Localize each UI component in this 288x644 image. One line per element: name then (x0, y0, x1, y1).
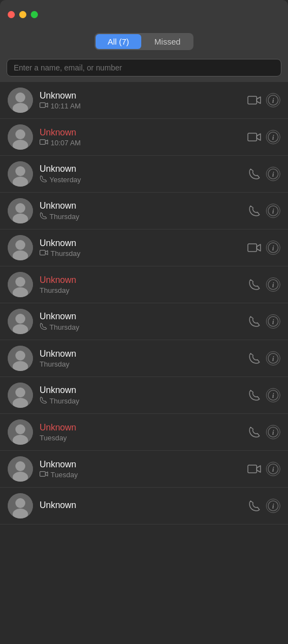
call-name: Unknown (40, 500, 241, 510)
audio-call-button[interactable] (247, 205, 262, 216)
info-button[interactable]: i (266, 277, 280, 292)
call-info: Unknown 10:07 AM (40, 128, 241, 147)
maximize-button[interactable] (31, 11, 38, 18)
call-time-text: Thursday (51, 249, 80, 258)
call-item: UnknownThursday i (0, 340, 288, 377)
audio-call-button[interactable] (247, 279, 262, 290)
call-time: 10:07 AM (40, 139, 241, 147)
audio-call-button[interactable] (247, 500, 262, 511)
video-call-button[interactable] (247, 95, 262, 106)
call-time-text: Yesterday (49, 176, 81, 184)
info-button[interactable]: i (266, 351, 280, 365)
info-button[interactable]: i (266, 499, 280, 513)
video-call-button[interactable] (247, 242, 262, 253)
call-info: UnknownThursday (40, 349, 241, 368)
audio-call-button[interactable] (247, 353, 262, 364)
svg-rect-59 (40, 471, 46, 476)
avatar (8, 456, 33, 482)
info-button[interactable]: i (266, 167, 280, 181)
video-call-button[interactable] (247, 132, 262, 143)
call-time-text: Thursday (49, 323, 79, 331)
call-actions: i (247, 314, 280, 329)
close-button[interactable] (8, 11, 15, 18)
svg-rect-27 (40, 250, 46, 255)
info-button[interactable]: i (266, 425, 280, 439)
call-actions: i (247, 130, 280, 144)
svg-rect-10 (40, 139, 46, 144)
call-info: Unknown Thursday (40, 385, 241, 406)
search-bar (0, 56, 288, 82)
info-button[interactable]: i (266, 388, 280, 402)
call-info: Unknown Thursday (40, 312, 241, 332)
info-button[interactable]: i (266, 462, 280, 476)
svg-text:i: i (272, 97, 274, 105)
call-actions: i (247, 241, 280, 255)
call-name: Unknown (40, 312, 241, 321)
avatar (8, 309, 33, 334)
svg-text:i: i (272, 281, 274, 289)
svg-point-37 (15, 314, 25, 324)
call-name: Unknown (40, 423, 241, 433)
call-name: Unknown (40, 385, 241, 395)
svg-text:i: i (272, 208, 274, 215)
audio-call-button[interactable] (247, 168, 262, 179)
call-actions: i (247, 425, 280, 439)
call-item: Unknown Tuesday i (0, 451, 288, 488)
minimize-button[interactable] (19, 11, 26, 18)
svg-point-57 (15, 461, 25, 471)
call-item: Unknown 10:11 AM i (0, 82, 288, 119)
svg-rect-60 (248, 465, 257, 473)
call-actions: i (247, 499, 280, 513)
avatar (8, 383, 33, 408)
avatar (8, 272, 33, 297)
audio-call-button[interactable] (247, 316, 262, 327)
svg-rect-11 (248, 133, 257, 141)
avatar (8, 235, 33, 260)
video-icon (40, 102, 48, 110)
call-time-text: Thursday (49, 397, 79, 405)
call-actions: i (247, 462, 280, 476)
call-item: UnknownThursday i (0, 266, 288, 303)
svg-rect-28 (248, 244, 257, 252)
call-info: UnknownThursday (40, 275, 241, 294)
call-time: Thursday (40, 249, 241, 258)
call-item: Unknown 10:07 AM i (0, 119, 288, 156)
svg-text:i: i (272, 503, 274, 510)
svg-text:i: i (272, 355, 274, 363)
info-button[interactable]: i (266, 130, 280, 144)
call-info: Unknown Tuesday (40, 460, 241, 479)
call-time: Tuesday (40, 434, 241, 442)
call-info: Unknown Thursday (40, 201, 241, 221)
info-button[interactable]: i (266, 93, 280, 107)
call-info: Unknown Thursday (40, 238, 241, 258)
info-button[interactable]: i (266, 241, 280, 255)
svg-text:i: i (272, 171, 274, 178)
call-item: Unknown Thursday i (0, 303, 288, 340)
tab-all[interactable]: All (7) (96, 34, 141, 49)
search-input[interactable] (7, 59, 281, 77)
svg-point-8 (15, 129, 25, 139)
call-name: Unknown (40, 460, 241, 470)
call-time: Tuesday (40, 471, 241, 479)
avatar (8, 419, 33, 445)
svg-point-32 (15, 277, 25, 287)
info-button[interactable]: i (266, 314, 280, 329)
tab-missed[interactable]: Missed (142, 34, 193, 49)
title-bar (0, 0, 288, 29)
call-time-text: 10:07 AM (51, 139, 81, 147)
phone-icon (40, 396, 47, 406)
call-name: Unknown (40, 91, 241, 101)
audio-call-button[interactable] (247, 390, 262, 401)
traffic-lights (8, 11, 38, 18)
video-icon (40, 249, 48, 258)
call-actions: i (247, 93, 280, 107)
audio-call-button[interactable] (247, 427, 262, 438)
svg-point-52 (15, 424, 25, 434)
video-call-button[interactable] (247, 463, 262, 474)
tab-segment: All (7) Missed (95, 33, 194, 50)
call-info: Unknown (40, 500, 241, 511)
svg-point-20 (15, 203, 25, 213)
info-button[interactable]: i (266, 204, 280, 218)
svg-text:i: i (272, 429, 274, 436)
call-time-text: Thursday (40, 360, 69, 368)
